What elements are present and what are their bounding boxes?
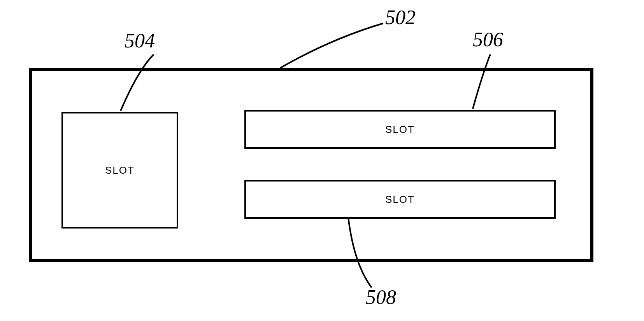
- slot-square-label: SLOT: [105, 164, 135, 176]
- reference-label-502: 502: [385, 6, 416, 29]
- reference-label-506: 506: [473, 28, 503, 51]
- slot-rect-bottom-label: SLOT: [385, 194, 415, 206]
- slot-rect-top-label: SLOT: [385, 124, 415, 136]
- slot-square: SLOT: [61, 112, 178, 229]
- slot-rect-top: SLOT: [244, 110, 556, 149]
- reference-label-504: 504: [125, 29, 155, 52]
- slot-rect-bottom: SLOT: [244, 180, 556, 219]
- outer-container: SLOT SLOT SLOT: [29, 68, 593, 262]
- reference-label-508: 508: [366, 286, 396, 309]
